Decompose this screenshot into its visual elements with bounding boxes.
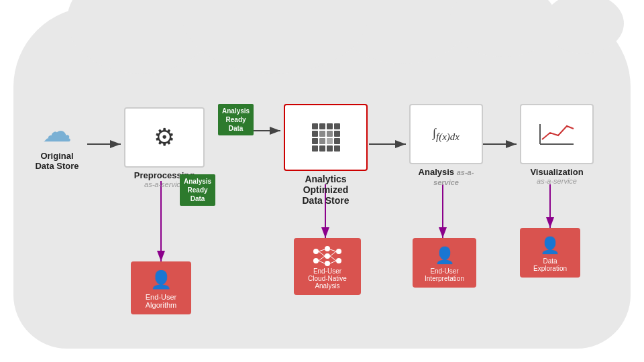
svg-point-17 — [336, 249, 341, 254]
visualization-label: Visualization — [530, 167, 583, 177]
cloud-icon: ☁ — [42, 114, 72, 148]
svg-line-24 — [330, 251, 336, 256]
svg-point-13 — [313, 258, 319, 263]
visualization-sublabel: as-a-service — [537, 177, 577, 185]
svg-line-20 — [319, 251, 325, 256]
cloud-bump3 — [543, 0, 624, 54]
end-user-cloud-native-label: End-User Cloud-Native Analysis — [308, 267, 347, 290]
user-algorithm-icon: 👤 — [150, 269, 172, 290]
data-exploration-label: Data Exploration — [533, 257, 567, 272]
svg-line-23 — [330, 249, 336, 251]
end-user-interpretation-box: 👤 End-User Interpretation — [413, 238, 476, 288]
cloud-bump2 — [449, 0, 557, 57]
analysis-label: Analysis as-a-service — [406, 167, 486, 187]
svg-line-25 — [330, 256, 336, 261]
analysis-box: ∫f(x)dx — [409, 104, 483, 164]
end-user-interpretation-label: End-User Interpretation — [425, 267, 464, 282]
analysis-ready-data-bottom-node: Analysis Ready Data — [180, 174, 215, 206]
preprocessing-box: ⚙ — [124, 107, 205, 168]
integral-icon: ∫f(x)dx — [433, 126, 460, 143]
svg-line-22 — [319, 261, 325, 263]
visualization-node: Visualization as-a-service — [517, 104, 597, 185]
svg-point-18 — [336, 258, 341, 263]
end-user-algorithm-node: 👤 End-User Algorithm — [131, 261, 191, 314]
original-data-store-label: Original Data Store — [35, 151, 78, 171]
svg-line-19 — [319, 249, 325, 251]
svg-point-12 — [313, 249, 319, 254]
end-user-cloud-native-box: End-User Cloud-Native Analysis — [294, 238, 361, 295]
visualization-box — [520, 104, 594, 164]
neural-icon — [311, 246, 344, 266]
cloud-bump1 — [335, 0, 470, 64]
analysis-ready-bottom-badge: Analysis Ready Data — [180, 174, 215, 206]
analysis-node: ∫f(x)dx Analysis as-a-service — [406, 104, 486, 187]
svg-point-14 — [325, 246, 330, 251]
grid-icon — [312, 123, 340, 152]
analysis-ready-top-badge: Analysis Ready Data — [218, 104, 254, 135]
analytics-optimized-label: Analytics Optimized Data Store — [302, 174, 349, 206]
data-exploration-box: 👤 Data Exploration — [520, 228, 580, 278]
chart-icon — [537, 121, 577, 147]
end-user-algorithm-box: 👤 End-User Algorithm — [131, 261, 191, 314]
data-exploration-icon: 👤 — [540, 236, 560, 255]
end-user-algorithm-label: End-User Algorithm — [146, 293, 176, 309]
data-exploration-node: 👤 Data Exploration — [520, 228, 580, 278]
end-user-interpretation-node: 👤 End-User Interpretation — [413, 238, 476, 288]
preprocessing-sublabel: as-a-service — [144, 180, 184, 188]
svg-point-16 — [325, 261, 330, 266]
analytics-optimized-node: Analytics Optimized Data Store — [280, 104, 371, 206]
analysis-ready-data-top-node: Analysis Ready Data — [218, 104, 254, 135]
analytics-optimized-box — [284, 104, 368, 171]
svg-point-15 — [325, 253, 330, 259]
gear-icon: ⚙ — [154, 123, 175, 152]
original-data-store-node: ☁ Original Data Store — [20, 114, 94, 171]
end-user-cloud-native-node: End-User Cloud-Native Analysis — [294, 238, 361, 295]
user-interpretation-icon: 👤 — [435, 246, 455, 265]
svg-line-26 — [330, 261, 336, 263]
svg-line-21 — [319, 256, 325, 261]
